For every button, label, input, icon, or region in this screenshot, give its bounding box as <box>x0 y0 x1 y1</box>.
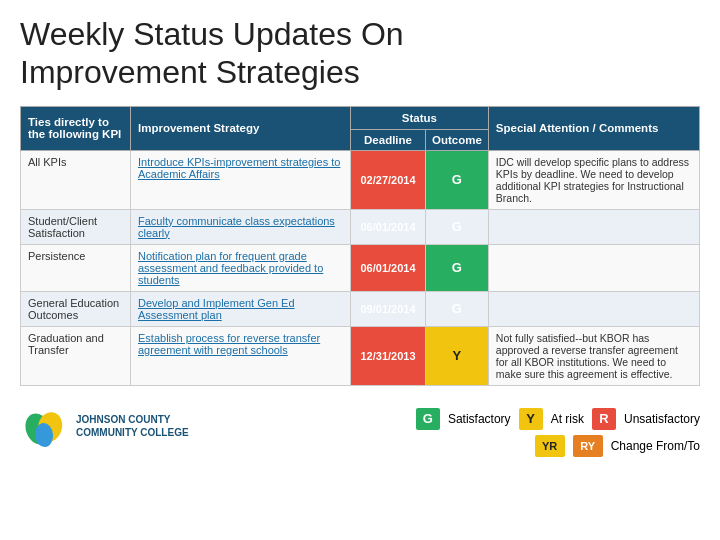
cell-outcome: G <box>426 150 489 209</box>
cell-deadline: 09/01/2014 <box>351 291 426 326</box>
legend-row-2: YR RY Change From/To <box>535 435 700 457</box>
col-header-comments: Special Attention / Comments <box>488 106 699 150</box>
table-row: General Education OutcomesDevelop and Im… <box>21 291 700 326</box>
strategy-link[interactable]: Faculty communicate class expectations c… <box>138 215 335 239</box>
legend-y-text: At risk <box>551 412 584 426</box>
strategy-link[interactable]: Establish process for reverse transfer a… <box>138 332 320 356</box>
cell-comments: Not fully satisfied--but KBOR has approv… <box>488 326 699 385</box>
cell-deadline: 06/01/2014 <box>351 244 426 291</box>
cell-kpi: Graduation and Transfer <box>21 326 131 385</box>
legend-r-text: Unsatisfactory <box>624 412 700 426</box>
legend-y-box: Y <box>519 408 543 430</box>
col-header-strategy: Improvement Strategy <box>131 106 351 150</box>
legend-r-box: R <box>592 408 616 430</box>
col-header-deadline: Deadline <box>351 129 426 150</box>
logo-text: Johnson County Community College <box>76 413 189 439</box>
legend-area: G Satisfactory Y At risk R Unsatisfactor… <box>416 408 700 457</box>
cell-deadline: 06/01/2014 <box>351 209 426 244</box>
table-row: Student/Client SatisfactionFaculty commu… <box>21 209 700 244</box>
legend-ry-box: RY <box>573 435 603 457</box>
strategy-link[interactable]: Notification plan for frequent grade ass… <box>138 250 323 286</box>
cell-strategy[interactable]: Introduce KPIs-improvement strategies to… <box>131 150 351 209</box>
page-title: Weekly Status Updates On Improvement Str… <box>20 15 700 92</box>
cell-kpi: Persistence <box>21 244 131 291</box>
col-header-status: Status <box>351 106 489 129</box>
table-row: Graduation and TransferEstablish process… <box>21 326 700 385</box>
cell-kpi: All KPIs <box>21 150 131 209</box>
logo-icon <box>20 405 68 447</box>
legend-yr-box: YR <box>535 435 565 457</box>
cell-comments <box>488 209 699 244</box>
strategy-link[interactable]: Develop and Implement Gen Ed Assessment … <box>138 297 295 321</box>
cell-strategy[interactable]: Faculty communicate class expectations c… <box>131 209 351 244</box>
col-header-kpi: Ties directly to the following KPI <box>21 106 131 150</box>
cell-outcome: G <box>426 291 489 326</box>
table-row: PersistenceNotification plan for frequen… <box>21 244 700 291</box>
col-header-outcome: Outcome <box>426 129 489 150</box>
bottom-area: Johnson County Community College G Satis… <box>20 396 700 457</box>
cell-comments: IDC will develop specific plans to addre… <box>488 150 699 209</box>
cell-outcome: G <box>426 209 489 244</box>
cell-comments <box>488 244 699 291</box>
logo-area: Johnson County Community College <box>20 405 189 447</box>
table-row: All KPIsIntroduce KPIs-improvement strat… <box>21 150 700 209</box>
cell-outcome: Y <box>426 326 489 385</box>
cell-strategy[interactable]: Establish process for reverse transfer a… <box>131 326 351 385</box>
legend-change-text: Change From/To <box>611 439 700 453</box>
cell-kpi: General Education Outcomes <box>21 291 131 326</box>
table-header-row: Ties directly to the following KPI Impro… <box>21 106 700 129</box>
cell-comments <box>488 291 699 326</box>
legend-g-box: G <box>416 408 440 430</box>
legend-g-text: Satisfactory <box>448 412 511 426</box>
cell-strategy[interactable]: Develop and Implement Gen Ed Assessment … <box>131 291 351 326</box>
legend-row-1: G Satisfactory Y At risk R Unsatisfactor… <box>416 408 700 430</box>
cell-strategy[interactable]: Notification plan for frequent grade ass… <box>131 244 351 291</box>
cell-outcome: G <box>426 244 489 291</box>
cell-deadline: 12/31/2013 <box>351 326 426 385</box>
strategy-link[interactable]: Introduce KPIs-improvement strategies to… <box>138 156 340 180</box>
cell-kpi: Student/Client Satisfaction <box>21 209 131 244</box>
cell-deadline: 02/27/2014 <box>351 150 426 209</box>
status-table: Ties directly to the following KPI Impro… <box>20 106 700 386</box>
